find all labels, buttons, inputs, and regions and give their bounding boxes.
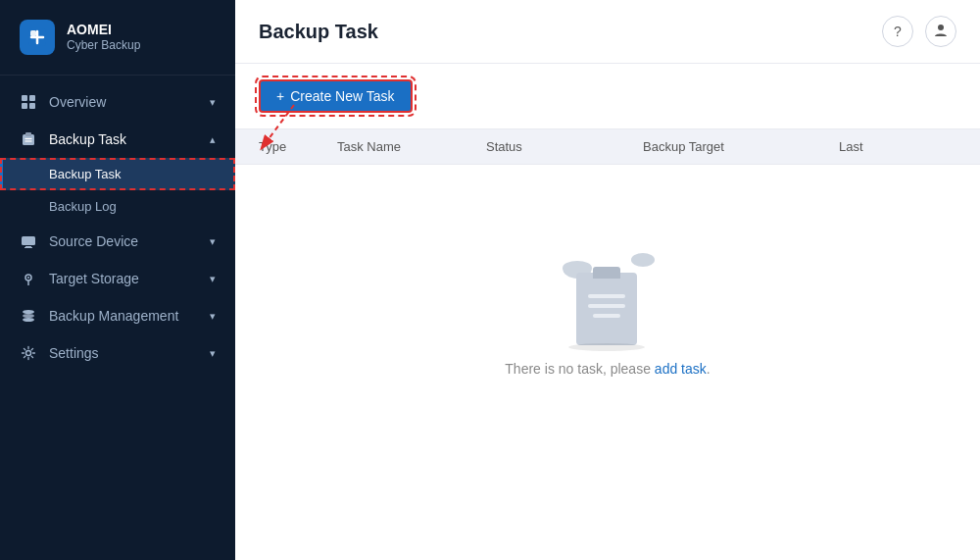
create-new-task-button[interactable]: + Create New Task [259,79,413,113]
settings-icon [20,344,37,362]
sidebar-item-source-device[interactable]: Source Device ▾ [0,223,235,260]
plus-icon: + [276,88,284,104]
empty-state: There is no task, please add task. [235,165,980,459]
user-icon [933,23,949,41]
svg-rect-1 [30,30,36,36]
col-target-header: Backup Target [643,139,839,154]
empty-icon [559,247,657,345]
sidebar-item-overview[interactable]: Overview ▾ [0,83,235,121]
help-icon: ? [894,24,902,39]
target-storage-icon [20,270,37,287]
clipboard-line-1 [588,294,625,298]
source-device-chevron: ▾ [210,235,216,248]
sidebar-item-settings-label: Settings [49,345,99,361]
svg-rect-10 [22,236,35,245]
target-storage-chevron: ▾ [210,273,216,285]
sidebar-item-backup-task[interactable]: Backup Task ▴ [0,121,235,158]
sidebar-item-target-storage[interactable]: Target Storage ▾ [0,260,235,297]
svg-point-16 [23,314,34,318]
sidebar-item-source-device-label: Source Device [49,233,138,249]
svg-point-15 [23,310,34,314]
clipboard-line-2 [588,304,625,308]
svg-rect-3 [29,95,35,101]
header-actions: ? [882,16,956,63]
overview-chevron: ▾ [210,96,216,109]
svg-rect-7 [25,132,31,136]
svg-point-17 [23,318,34,322]
source-device-icon [20,232,37,250]
col-taskname-header: Task Name [337,139,486,154]
logo-icon [20,20,55,55]
toolbar: + Create New Task [235,64,980,129]
svg-rect-2 [22,95,27,101]
settings-chevron: ▾ [210,347,216,360]
clipboard-clip [593,267,620,279]
sidebar-item-backup-management-label: Backup Management [49,308,178,324]
add-task-link[interactable]: add task [655,361,707,377]
sidebar-item-backup-management[interactable]: Backup Management ▾ [0,297,235,334]
svg-rect-5 [29,103,35,109]
overview-icon [20,93,37,111]
sidebar: AOMEI Cyber Backup Overview ▾ [0,0,235,560]
cloud-right-icon [631,253,655,267]
tasks-table: Type Task Name Status Backup Target Last [235,129,980,560]
col-status-header: Status [486,139,643,154]
col-last-header: Last [839,139,956,154]
page-title: Backup Task [259,21,378,59]
user-button[interactable] [925,16,956,47]
svg-point-19 [938,25,944,30]
backup-management-icon [20,307,37,325]
sidebar-item-settings[interactable]: Settings ▾ [0,334,235,372]
backup-management-chevron: ▾ [210,310,216,323]
backup-task-chevron: ▴ [210,133,216,146]
table-header: Type Task Name Status Backup Target Last [235,129,980,165]
sidebar-item-overview-label: Overview [49,94,106,110]
svg-rect-4 [22,103,27,109]
main-content: Backup Task ? + Create New Task [235,0,980,560]
svg-point-18 [26,351,31,356]
col-type-header: Type [259,139,337,154]
svg-point-14 [27,277,29,279]
create-button-label: Create New Task [290,88,394,104]
clipboard-body [576,273,637,345]
sidebar-sub-backup-log[interactable]: Backup Log [0,190,235,223]
empty-message: There is no task, please add task. [505,361,710,377]
page-header: Backup Task ? [235,0,980,64]
shadow-ellipse [568,343,645,351]
app-logo: AOMEI Cyber Backup [0,0,235,76]
sidebar-item-backup-task-label: Backup Task [49,131,126,147]
sidebar-item-target-storage-label: Target Storage [49,271,139,286]
backup-task-icon [20,130,37,148]
app-name: AOMEI Cyber Backup [67,22,140,52]
help-button[interactable]: ? [882,16,913,47]
nav-menu: Overview ▾ Backup Task ▴ Backup Task Bac… [0,76,235,380]
clipboard-line-3 [593,314,620,318]
sidebar-sub-backup-task[interactable]: Backup Task [0,158,235,190]
